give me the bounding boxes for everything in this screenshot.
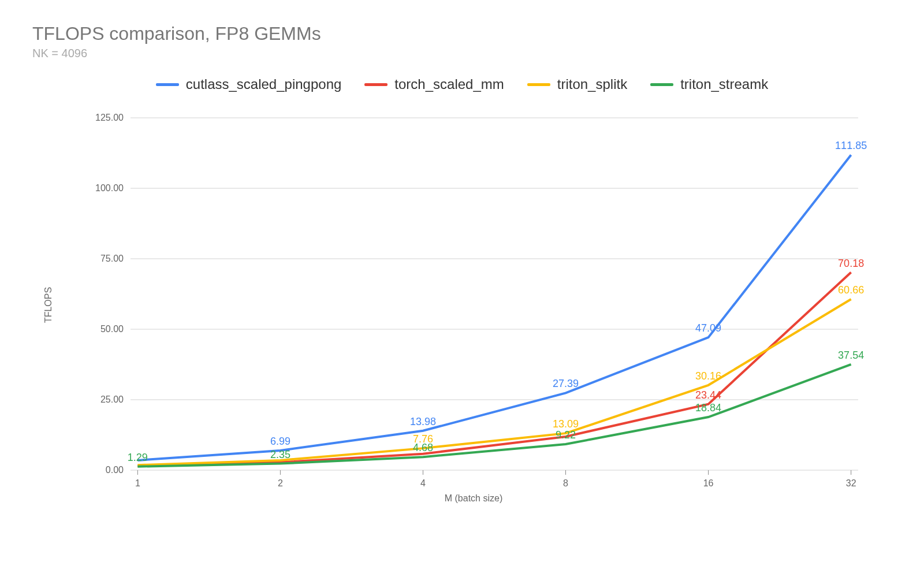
y-axis-label: TFLOPS [43,287,54,323]
x-tick-label: 1 [135,478,140,488]
y-tick-label: 0.00 [106,465,124,475]
legend-item-cutlass: cutlass_scaled_pingpong [156,76,342,92]
data-label: 37.54 [838,349,864,361]
y-tick-label: 125.00 [95,113,124,122]
legend-item-torch: torch_scaled_mm [364,76,504,92]
data-label: 6.99 [270,436,290,447]
legend-item-splitk: triton_splitk [527,76,627,92]
x-tick-label: 16 [703,478,714,488]
x-tick-label: 8 [563,478,568,488]
data-label: 111.85 [835,140,867,151]
data-label: 13.09 [553,418,579,430]
legend-swatch-icon [156,83,179,86]
chart-subtitle: NK = 4096 [32,47,892,60]
legend-swatch-icon [364,83,388,86]
series-line [137,299,851,465]
y-tick-label: 100.00 [95,183,124,193]
legend-label: torch_scaled_mm [394,76,504,92]
plot-area: 0.0025.0050.0075.00100.00125.00124816326… [84,106,893,470]
data-label: 13.98 [410,416,436,427]
y-tick-label: 25.00 [100,394,124,404]
data-label: 30.16 [695,370,721,382]
data-label: 9.22 [556,429,576,441]
series-line [137,155,851,460]
legend-swatch-icon [527,83,550,86]
legend-swatch-icon [650,83,673,86]
legend-label: cutlass_scaled_pingpong [186,76,342,92]
data-label: 27.39 [553,378,579,389]
legend-item-streamk: triton_streamk [650,76,768,92]
chart-svg: 0.0025.0050.0075.00100.00125.00124816326… [84,106,893,499]
y-tick-label: 75.00 [100,254,124,263]
data-label: 1.29 [128,452,148,463]
data-label: 4.68 [413,442,433,453]
legend-label: triton_splitk [557,76,627,92]
chart-title: TFLOPS comparison, FP8 GEMMs [32,23,892,44]
x-tick-label: 2 [278,478,283,488]
legend-label: triton_streamk [680,76,768,92]
y-tick-label: 50.00 [100,324,124,334]
data-label: 70.18 [838,258,864,269]
chart-page: TFLOPS comparison, FP8 GEMMs NK = 4096 c… [0,0,924,562]
data-label: 60.66 [838,284,864,296]
series-line [137,273,851,466]
legend: cutlass_scaled_pingpong torch_scaled_mm … [32,76,892,92]
series-line [137,364,851,467]
chart-area: TFLOPS 0.0025.0050.0075.00100.00125.0012… [55,106,892,504]
data-label: 2.35 [270,449,290,460]
data-label: 23.44 [695,389,721,401]
data-label: 18.84 [695,402,721,414]
x-tick-label: 4 [420,478,426,488]
x-tick-label: 32 [846,478,856,488]
data-label: 47.09 [695,322,721,334]
